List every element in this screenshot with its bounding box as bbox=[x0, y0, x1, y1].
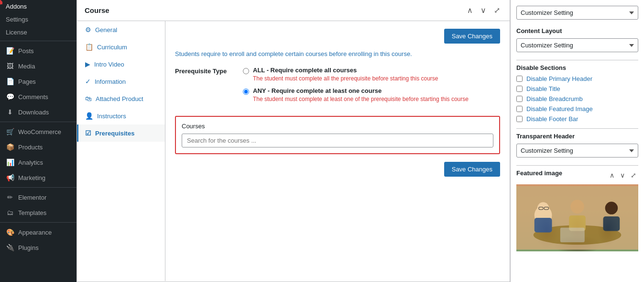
collapse-down-button[interactable]: ∨ bbox=[479, 5, 488, 16]
tab-information-label: Information bbox=[95, 78, 126, 85]
disable-featured-image-label[interactable]: Disable Featured Image bbox=[526, 105, 593, 113]
sidebar-item-downloads[interactable]: ⬇ Downloads bbox=[0, 104, 76, 120]
sidebar-item-posts[interactable]: 📝 Posts bbox=[0, 43, 76, 58]
sidebar-item-label: Media bbox=[18, 63, 35, 70]
sidebar-item-products[interactable]: 📦 Products bbox=[0, 139, 76, 155]
sidebar-divider-1 bbox=[0, 41, 76, 41]
disable-breadcrumb-checkbox[interactable] bbox=[516, 96, 523, 102]
sidebar-item-settings[interactable]: Settings bbox=[0, 13, 76, 26]
tab-intro-video-label: Intro Video bbox=[94, 61, 124, 68]
right-divider-3 bbox=[516, 165, 638, 166]
featured-image-header: Featured image ∧ ∨ ⤢ bbox=[516, 169, 638, 180]
sidebar-item-addons[interactable]: Addons bbox=[0, 0, 76, 13]
marketing-icon: 📢 bbox=[6, 174, 14, 181]
appearance-icon: 🎨 bbox=[6, 228, 14, 236]
tab-instructors[interactable]: 👤 Instructors bbox=[77, 107, 165, 124]
disable-featured-image-row: Disable Featured Image bbox=[516, 105, 638, 113]
sidebar-item-pages[interactable]: 📄 Pages bbox=[0, 74, 76, 89]
disable-footer-bar-checkbox[interactable] bbox=[516, 116, 523, 122]
comments-icon: 💬 bbox=[6, 93, 14, 101]
right-section-top-select: Customizer Setting bbox=[516, 6, 638, 20]
radio-option-any: ANY - Require complete at least one cour… bbox=[243, 87, 500, 103]
course-header: Course ∧ ∨ ⤢ bbox=[77, 0, 510, 21]
transparent-header-select[interactable]: Customizer Setting Enable Disable bbox=[516, 144, 638, 158]
featured-image-box bbox=[516, 184, 638, 251]
prereq-options: ALL - Require complete all courses The s… bbox=[243, 67, 500, 109]
disable-title-checkbox[interactable] bbox=[516, 86, 523, 92]
featured-image-maximize[interactable]: ⤢ bbox=[629, 170, 638, 180]
sidebar-item-label: Elementor bbox=[18, 194, 46, 201]
tab-general[interactable]: ⚙ General bbox=[77, 21, 165, 38]
pages-icon: 📄 bbox=[6, 78, 14, 85]
disable-title-label[interactable]: Disable Title bbox=[526, 85, 560, 92]
tab-curriculum-label: Curriculum bbox=[97, 44, 127, 51]
sidebar-item-elementor[interactable]: ✏ Elementor bbox=[0, 190, 76, 205]
content-layout-select[interactable]: Customizer Setting Full Width Boxed bbox=[516, 38, 638, 52]
disable-primary-header-checkbox[interactable] bbox=[516, 76, 523, 82]
posts-icon: 📝 bbox=[6, 47, 14, 55]
maximize-button[interactable]: ⤢ bbox=[492, 5, 502, 16]
save-changes-top-button[interactable]: Save Changes bbox=[444, 29, 500, 44]
course-header-controls: ∧ ∨ ⤢ bbox=[465, 5, 502, 16]
radio-all-input[interactable] bbox=[243, 68, 249, 74]
featured-image-collapse-down[interactable]: ∨ bbox=[618, 170, 627, 180]
disable-footer-bar-label[interactable]: Disable Footer Bar bbox=[526, 115, 578, 123]
svg-rect-4 bbox=[535, 218, 552, 233]
sidebar-item-media[interactable]: 🖼 Media bbox=[0, 58, 76, 74]
prerequisite-section: Prerequisite Type ALL - Require complete… bbox=[175, 67, 500, 109]
radio-all-desc: The student must complete all the prereq… bbox=[253, 75, 438, 83]
disable-featured-image-checkbox[interactable] bbox=[516, 106, 523, 112]
prerequisites-tab-icon: ☑ bbox=[85, 129, 91, 137]
sidebar-item-templates[interactable]: 🗂 Templates bbox=[0, 205, 76, 220]
sidebar-item-label: Appearance bbox=[18, 229, 52, 236]
sidebar-item-label: Plugins bbox=[18, 244, 39, 251]
svg-rect-9 bbox=[560, 227, 585, 242]
sidebar-item-label: Pages bbox=[18, 78, 36, 85]
svg-point-5 bbox=[570, 200, 584, 214]
right-section-content-layout: Content Layout Customizer Setting Full W… bbox=[516, 27, 638, 52]
sidebar-item-comments[interactable]: 💬 Comments bbox=[0, 89, 76, 104]
sidebar-item-label: Downloads bbox=[18, 109, 49, 116]
tab-curriculum[interactable]: 📋 Curriculum bbox=[77, 38, 165, 56]
sidebar-item-appearance[interactable]: 🎨 Appearance bbox=[0, 225, 76, 240]
courses-search-input[interactable] bbox=[182, 134, 493, 147]
curriculum-tab-icon: 📋 bbox=[85, 43, 93, 51]
sidebar-item-label: WooCommerce bbox=[18, 128, 61, 135]
intro-video-tab-icon: ▶ bbox=[85, 60, 90, 68]
radio-option-all: ALL - Require complete all courses The s… bbox=[243, 67, 500, 83]
prerequisite-type-label: Prerequisite Type bbox=[175, 67, 237, 75]
featured-image-svg bbox=[516, 184, 638, 251]
top-setting-select[interactable]: Customizer Setting bbox=[516, 6, 638, 20]
radio-any-label[interactable]: ANY - Require complete at least one cour… bbox=[243, 87, 500, 103]
disable-breadcrumb-row: Disable Breadcrumb bbox=[516, 95, 638, 102]
sidebar-item-analytics[interactable]: 📊 Analytics bbox=[0, 155, 76, 170]
analytics-icon: 📊 bbox=[6, 158, 14, 166]
downloads-icon: ⬇ bbox=[6, 108, 14, 116]
radio-all-label[interactable]: ALL - Require complete all courses The s… bbox=[243, 67, 500, 83]
featured-image-photo bbox=[516, 184, 638, 251]
content-layout-title: Content Layout bbox=[516, 27, 638, 34]
tab-prerequisites[interactable]: ☑ Prerequisites bbox=[77, 124, 165, 142]
right-section-transparent-header: Transparent Header Customizer Setting En… bbox=[516, 133, 638, 158]
sidebar-item-license[interactable]: License bbox=[0, 26, 76, 39]
disable-breadcrumb-label[interactable]: Disable Breadcrumb bbox=[526, 95, 583, 102]
tab-intro-video[interactable]: ▶ Intro Video bbox=[77, 56, 165, 73]
radio-any-input[interactable] bbox=[243, 89, 249, 95]
sidebar-item-woocommerce[interactable]: 🛒 WooCommerce bbox=[0, 124, 76, 139]
save-changes-bottom-button[interactable]: Save Changes bbox=[444, 162, 500, 177]
sidebar-divider-3 bbox=[0, 187, 76, 188]
sidebar-item-label: Analytics bbox=[18, 159, 43, 166]
collapse-up-button[interactable]: ∧ bbox=[465, 5, 475, 16]
disable-primary-header-row: Disable Primary Header bbox=[516, 75, 638, 82]
disable-title-row: Disable Title bbox=[516, 85, 638, 92]
radio-any-desc: The student must complete at least one o… bbox=[253, 95, 469, 103]
sidebar-item-plugins[interactable]: 🔌 Plugins bbox=[0, 240, 76, 255]
sidebar-item-marketing[interactable]: 📢 Marketing bbox=[0, 170, 76, 185]
disable-primary-header-label[interactable]: Disable Primary Header bbox=[526, 75, 592, 82]
tab-prerequisites-label: Prerequisites bbox=[95, 130, 134, 137]
tab-attached-product[interactable]: 🛍 Attached Product bbox=[77, 90, 165, 107]
sidebar-item-label: Posts bbox=[18, 47, 34, 55]
right-section-featured-image: Featured image ∧ ∨ ⤢ bbox=[516, 169, 638, 251]
tab-information[interactable]: ✓ Information bbox=[77, 73, 165, 90]
featured-image-collapse-up[interactable]: ∧ bbox=[608, 170, 616, 180]
